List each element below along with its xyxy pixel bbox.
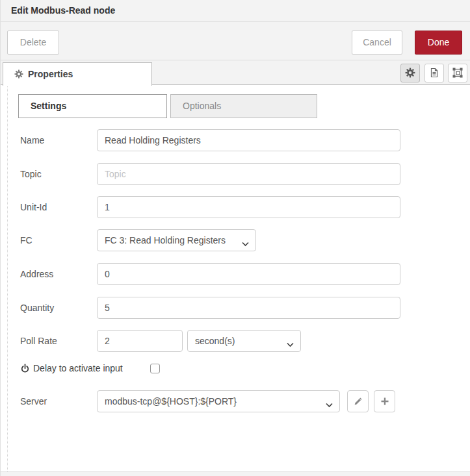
fc-select[interactable]: FC 3: Read Holding Registers	[97, 229, 256, 251]
server-label: Server	[20, 390, 47, 412]
cancel-button[interactable]: Cancel	[352, 31, 402, 55]
topic-label: Topic	[20, 163, 42, 185]
name-input[interactable]	[97, 129, 400, 151]
chevron-down-icon	[326, 399, 333, 405]
gear-icon	[14, 69, 23, 79]
add-server-button[interactable]	[374, 390, 395, 412]
server-select[interactable]: modbus-tcp@${HOST}:${PORT}	[97, 390, 340, 412]
server-selected-value: modbus-tcp@${HOST}:${PORT}	[105, 391, 237, 412]
delay-label: Delay to activate input	[33, 362, 123, 375]
done-button[interactable]: Done	[415, 31, 462, 55]
appearance-icon-button[interactable]	[448, 64, 467, 82]
edit-node-dialog: Edit Modbus-Read node Delete Cancel Done…	[0, 0, 470, 476]
description-icon-button[interactable]	[424, 64, 444, 82]
delete-button[interactable]: Delete	[7, 31, 59, 55]
delay-checkbox[interactable]	[150, 364, 160, 373]
name-label: Name	[20, 129, 44, 151]
topic-input[interactable]	[97, 163, 400, 185]
properties-icon-button[interactable]	[400, 64, 420, 82]
address-label: Address	[20, 263, 53, 285]
chevron-down-icon	[242, 238, 249, 244]
poll-rate-input[interactable]	[97, 330, 183, 352]
tab-properties[interactable]: Properties	[3, 62, 152, 86]
dialog-toolbar: Delete Cancel Done	[1, 22, 470, 60]
dialog-title: Edit Modbus-Read node	[1, 0, 470, 21]
tab-settings[interactable]: Settings	[18, 94, 167, 118]
poll-rate-unit-value: second(s)	[195, 331, 235, 351]
address-input[interactable]	[97, 263, 400, 285]
dialog-bottom-strip	[1, 471, 470, 476]
tab-optionals[interactable]: Optionals	[170, 94, 317, 118]
quantity-label: Quantity	[20, 297, 54, 319]
edit-server-button[interactable]	[347, 390, 369, 412]
fc-selected-value: FC 3: Read Holding Registers	[105, 230, 226, 251]
poll-rate-unit-select[interactable]: second(s)	[187, 330, 301, 352]
unit-id-label: Unit-Id	[20, 196, 47, 218]
fc-label: FC	[20, 229, 33, 251]
chevron-down-icon	[287, 339, 294, 344]
poll-rate-label: Poll Rate	[20, 330, 57, 352]
power-icon	[20, 364, 30, 373]
quantity-input[interactable]	[97, 297, 400, 319]
unit-id-input[interactable]	[97, 196, 400, 218]
dialog-header: Edit Modbus-Read node	[1, 0, 470, 22]
tab-properties-label: Properties	[28, 63, 73, 85]
